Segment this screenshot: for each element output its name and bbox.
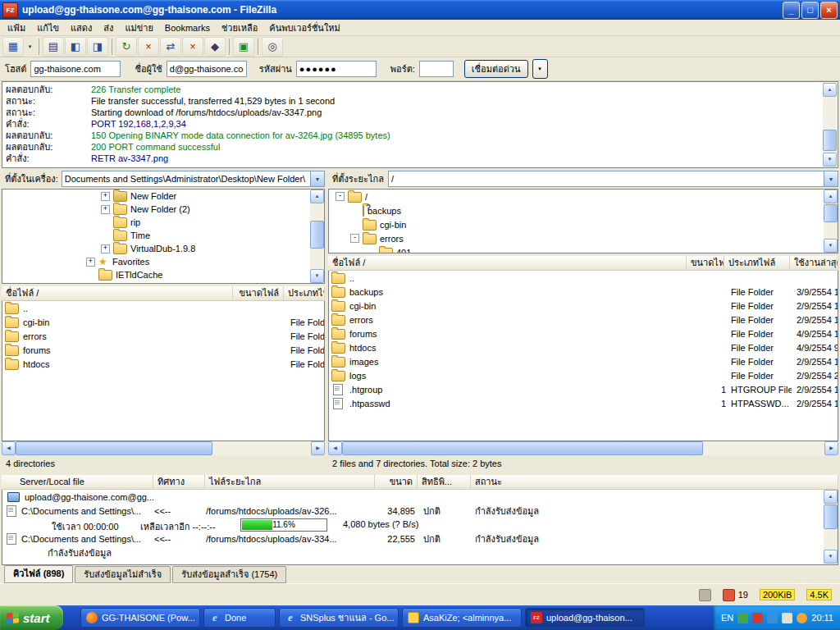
menu-help[interactable]: ช่วยเหลือ (216, 18, 263, 38)
remote-tree-toggle-icon[interactable]: ◨ (87, 37, 108, 57)
tree-item[interactable]: - / (329, 189, 838, 203)
filter-icon[interactable]: ◆ (204, 37, 226, 57)
column-header-direction[interactable]: ทิศทาง (153, 475, 205, 490)
file-row[interactable]: errors File Folder (2, 329, 324, 343)
column-header-size[interactable]: ขนาด (375, 475, 418, 490)
tree-item[interactable]: Time (2, 229, 324, 242)
tree-item[interactable]: cgi-bin (329, 217, 838, 231)
column-header-date[interactable]: ใช้งานล่าสุด (790, 256, 838, 271)
queue-row[interactable]: C:\Documents and Settings\... <<-- /foru… (2, 532, 838, 546)
scroll-up-icon[interactable]: ▲ (824, 490, 838, 504)
scroll-down-icon[interactable]: ▼ (823, 153, 837, 167)
file-row[interactable]: htdocs File Folder (2, 357, 324, 371)
remote-hscrollbar[interactable]: ◀ ▶ (328, 441, 838, 455)
tree-item[interactable]: - errors (329, 231, 838, 245)
password-input[interactable] (296, 61, 377, 77)
tab-successful-transfers[interactable]: รับส่งข้อมูลสำเร็จ (1754) (172, 566, 286, 583)
abort-transfer-icon[interactable]: × (138, 37, 159, 57)
tree-item[interactable]: + VirtualDub-1.9.8 (2, 242, 324, 255)
taskbar-button-done[interactable]: e Done (203, 608, 276, 628)
cancel-all-icon[interactable]: × (182, 37, 203, 57)
file-row[interactable]: errors File Folder 2/9/2554 1 (329, 313, 838, 326)
remote-hscroll-thumb[interactable] (342, 441, 703, 455)
tree-item[interactable]: + New Folder (2, 189, 324, 203)
file-row[interactable]: backups File Folder 3/9/2554 1 (329, 285, 838, 299)
scroll-down-icon[interactable]: ▼ (824, 239, 838, 253)
quickconnect-dropdown-icon[interactable]: ▾ (532, 59, 548, 79)
expand-plus-icon[interactable]: + (101, 244, 110, 253)
menu-new-version[interactable]: ค้นพบเวอร์ชั่นใหม่ (263, 18, 345, 38)
taskbar-button-browser[interactable]: GG-THAISONE (Pow... (80, 608, 200, 628)
local-tree-toggle-icon[interactable]: ◧ (65, 37, 86, 57)
file-row[interactable]: cgi-bin File Folder (2, 315, 324, 329)
menu-edit[interactable]: แก้ไข (31, 18, 65, 38)
tree-item[interactable]: 401 (329, 245, 838, 253)
start-button[interactable]: start (0, 605, 63, 630)
chevron-down-icon[interactable]: ▼ (824, 171, 838, 187)
menu-server[interactable]: แม่ข่าย (119, 18, 158, 38)
queue-view-toggle-icon[interactable]: ▣ (233, 37, 254, 57)
column-header-type[interactable]: ประเภทไฟล์ (284, 286, 325, 301)
scroll-right-icon[interactable]: ▶ (311, 441, 325, 455)
queue-scroll-thumb[interactable] (824, 504, 838, 529)
expand-plus-icon[interactable]: + (101, 205, 110, 214)
download-limit-badge[interactable]: 200KiB (760, 589, 795, 600)
upload-limit-badge[interactable]: 4.5K (806, 589, 832, 600)
column-header-name[interactable]: ชื่อไฟล์ / (2, 286, 233, 301)
queue-server-row[interactable]: upload@gg-thaisone.com@gg... (2, 490, 838, 504)
maximize-button-icon[interactable]: □ (801, 2, 819, 19)
find-icon[interactable]: ◎ (262, 37, 283, 57)
menu-bookmarks[interactable]: Bookmarks (159, 21, 216, 35)
scroll-down-icon[interactable]: ▼ (310, 269, 324, 283)
menu-file[interactable]: แฟ้ม (2, 18, 31, 38)
tree-item[interactable]: ? backups (329, 203, 838, 217)
chevron-down-icon[interactable]: ▼ (311, 171, 325, 187)
column-header-type[interactable]: ประเภทไฟล์ (724, 256, 790, 271)
file-row[interactable]: forums File Folder (2, 343, 324, 357)
tree-item[interactable]: + ★ Favorites (2, 255, 324, 268)
username-input[interactable] (167, 61, 247, 77)
log-scroll-thumb[interactable] (823, 130, 837, 151)
file-row[interactable]: cgi-bin File Folder 2/9/2554 1 (329, 299, 838, 313)
minimize-button-icon[interactable]: _ (783, 2, 800, 19)
remote-tree-scroll-thumb[interactable] (824, 204, 838, 222)
expand-plus-icon[interactable]: + (86, 258, 95, 267)
scroll-left-icon[interactable]: ◀ (2, 441, 16, 455)
scroll-up-icon[interactable]: ▲ (310, 189, 324, 203)
port-input[interactable] (419, 61, 454, 77)
process-queue-icon[interactable]: ⇄ (160, 37, 181, 57)
scroll-right-icon[interactable]: ▶ (824, 441, 838, 455)
taskbar-button-chat[interactable]: AsaKiZe; <alminnya... (402, 608, 522, 628)
column-header-size[interactable]: ขนาดไฟล์ (687, 256, 724, 271)
network-icon[interactable] (767, 613, 778, 623)
site-manager-icon[interactable]: ▦ (2, 37, 24, 57)
update-icon[interactable] (752, 613, 763, 623)
column-header-remotefile[interactable]: ไฟล์ระยะไกล (205, 475, 375, 490)
file-row[interactable]: forums File Folder 4/9/2554 1 (329, 326, 838, 340)
column-header-serverlocal[interactable]: Server/Local file (2, 475, 153, 490)
menu-view[interactable]: แสดง (65, 18, 98, 38)
expand-plus-icon[interactable]: + (101, 192, 110, 201)
quickconnect-button[interactable]: เชื่อมต่อด่วน (464, 60, 528, 78)
file-row[interactable]: .htgroup 1 HTGROUP File 2/9/2554 1 (329, 382, 838, 396)
scroll-down-icon[interactable]: ▼ (824, 550, 838, 564)
tree-item[interactable]: IETldCache (2, 268, 324, 281)
antivirus-icon[interactable] (737, 613, 748, 623)
file-row[interactable]: .. (329, 271, 838, 285)
file-row[interactable]: .. (2, 301, 324, 315)
volume-icon[interactable] (782, 613, 792, 623)
remote-path-combo[interactable]: / (388, 171, 824, 187)
site-manager-dropdown-icon[interactable]: ▾ (25, 38, 35, 56)
collapse-minus-icon[interactable]: - (350, 234, 359, 243)
scroll-up-icon[interactable]: ▲ (824, 189, 838, 203)
local-hscroll-thumb[interactable] (16, 441, 212, 455)
message-log-toggle-icon[interactable]: ▤ (43, 37, 64, 57)
local-tree-scroll-thumb[interactable] (310, 221, 324, 249)
host-input[interactable] (30, 61, 121, 77)
close-button-icon[interactable]: × (820, 2, 838, 19)
tree-item[interactable]: rip (2, 216, 324, 229)
local-hscrollbar[interactable]: ◀ ▶ (2, 441, 325, 455)
tree-item[interactable]: + New Folder (2) (2, 203, 324, 216)
tab-failed-transfers[interactable]: รับส่งข้อมูลไม่สำเร็จ (75, 566, 171, 583)
messenger-icon[interactable] (797, 613, 807, 623)
